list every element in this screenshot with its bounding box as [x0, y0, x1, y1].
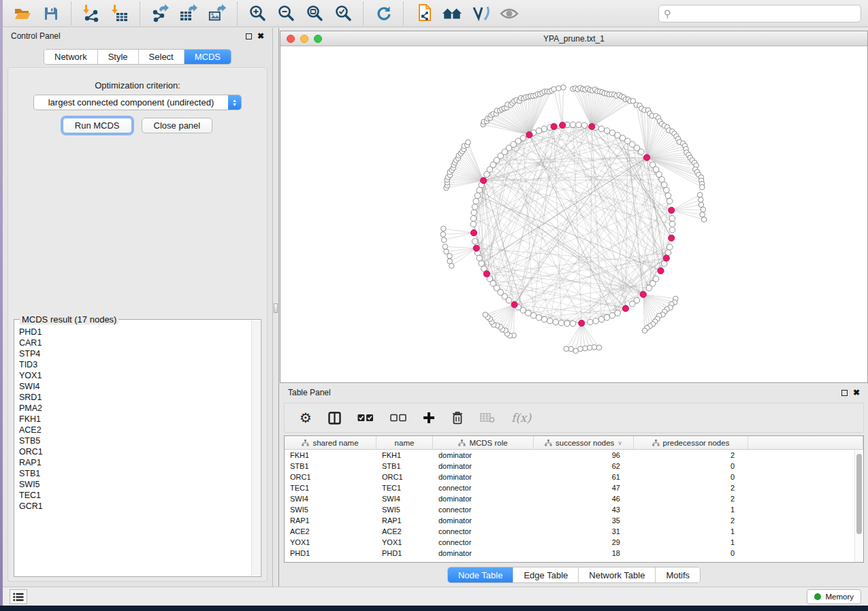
mcds-result-item[interactable]: PHD1 [19, 327, 251, 337]
export-network-icon[interactable] [150, 3, 170, 24]
tab-motifs[interactable]: Motifs [656, 567, 700, 582]
table-row[interactable]: YOX1YOX1connector291 [285, 537, 863, 548]
mcds-result-item[interactable]: SRD1 [19, 392, 251, 403]
graph-dominator-node[interactable] [644, 154, 650, 161]
graph-node[interactable] [470, 216, 477, 222]
graph-dominator-node[interactable] [640, 291, 646, 297]
mcds-result-item[interactable]: ACE2 [19, 425, 251, 435]
mcds-result-item[interactable]: TEC1 [19, 490, 251, 501]
table-scrollbar-thumb[interactable] [856, 454, 862, 534]
add-column-icon[interactable] [423, 408, 435, 428]
mcds-result-item[interactable]: SWI4 [19, 381, 251, 392]
graph-node[interactable] [570, 122, 576, 128]
close-panel-icon[interactable]: ✖ [853, 389, 860, 397]
graph-dominator-node[interactable] [560, 122, 566, 128]
zoom-fit-icon[interactable] [304, 3, 325, 24]
graph-node[interactable] [581, 122, 588, 129]
graph-dominator-node[interactable] [473, 245, 479, 251]
graph-node[interactable] [541, 316, 547, 323]
graph-node[interactable] [598, 126, 605, 132]
graph-node[interactable] [475, 193, 481, 199]
column-header-name[interactable]: name [376, 436, 433, 449]
table-row[interactable]: STB1STB1dominator620 [285, 461, 863, 472]
tab-node-table[interactable]: Node Table [448, 567, 514, 582]
graph-node[interactable] [669, 227, 675, 233]
graph-node[interactable] [576, 122, 582, 128]
graph-node[interactable] [556, 86, 562, 91]
graph-node[interactable] [564, 320, 570, 327]
graph-node[interactable] [697, 193, 703, 198]
graph-dominator-node[interactable] [669, 235, 675, 241]
graph-node[interactable] [520, 135, 526, 142]
mcds-result-item[interactable]: FKH1 [19, 414, 251, 425]
column-header-MCDS-role[interactable]: MCDS role [433, 436, 534, 449]
show-graphics-details-icon[interactable] [470, 3, 491, 24]
tab-edge-table[interactable]: Edge Table [513, 567, 579, 582]
graph-dominator-node[interactable] [622, 306, 628, 312]
mcds-result-item[interactable]: ORC1 [19, 446, 251, 457]
graph-node[interactable] [530, 312, 536, 318]
graph-node[interactable] [598, 316, 605, 323]
graph-node[interactable] [570, 320, 576, 327]
graph-dominator-node[interactable] [551, 123, 557, 129]
memory-button[interactable]: Memory [807, 589, 861, 604]
deselect-all-columns-icon[interactable] [390, 408, 406, 428]
graph-node[interactable] [698, 202, 704, 208]
graph-node[interactable] [661, 182, 667, 188]
graph-node[interactable] [630, 301, 636, 307]
graph-node[interactable] [664, 187, 670, 193]
export-image-icon[interactable] [207, 3, 227, 24]
save-session-icon[interactable] [41, 3, 61, 24]
select-all-columns-icon[interactable] [357, 408, 374, 428]
graph-node[interactable] [441, 226, 447, 231]
open-file-icon[interactable] [12, 3, 33, 24]
graph-node[interactable] [596, 345, 602, 350]
graph-node[interactable] [561, 85, 566, 90]
graph-node[interactable] [536, 128, 542, 134]
mcds-result-item[interactable]: STB1 [19, 468, 251, 479]
import-network-icon[interactable] [81, 3, 101, 24]
graph-dominator-node[interactable] [526, 132, 532, 138]
tab-mcds[interactable]: MCDS [184, 50, 231, 64]
tab-network[interactable]: Network [44, 50, 98, 64]
graph-node[interactable] [472, 204, 478, 210]
table-row[interactable]: ACE2ACE2connector311 [285, 526, 863, 537]
mcds-result-item[interactable]: YOX1 [19, 370, 251, 381]
table-row[interactable]: FKH1FKH1dominator962 [285, 450, 863, 461]
graph-node[interactable] [646, 285, 652, 291]
mcds-result-item[interactable]: PMA2 [19, 403, 251, 414]
graph-node[interactable] [536, 314, 542, 320]
graph-dominator-node[interactable] [511, 301, 517, 308]
graph-node[interactable] [588, 319, 594, 325]
graph-node[interactable] [564, 346, 569, 352]
graph-node[interactable] [573, 348, 579, 354]
graph-node[interactable] [701, 217, 707, 222]
graph-node[interactable] [447, 259, 453, 264]
graph-node[interactable] [471, 210, 477, 216]
graph-dominator-node[interactable] [658, 267, 664, 274]
graph-node[interactable] [659, 177, 665, 183]
network-graph[interactable] [280, 46, 867, 382]
table-row[interactable]: TEC1TEC1connector472 [285, 482, 863, 493]
panel-splitter[interactable] [272, 28, 279, 587]
graph-node[interactable] [642, 328, 647, 333]
mcds-result-item[interactable]: TID3 [19, 359, 251, 370]
home-icon[interactable] [442, 3, 462, 24]
graph-node[interactable] [593, 318, 599, 324]
run-mcds-button[interactable]: Run MCDS [63, 118, 132, 133]
graph-node[interactable] [479, 261, 485, 267]
graph-node[interactable] [666, 244, 673, 250]
graph-node[interactable] [604, 314, 610, 320]
graph-node[interactable] [639, 149, 645, 155]
float-panel-icon[interactable] [246, 33, 252, 39]
splitter-grip[interactable] [274, 303, 278, 313]
graph-dominator-node[interactable] [481, 178, 487, 184]
column-header-successor-nodes[interactable]: successor nodes∨ [534, 436, 634, 449]
zoom-in-icon[interactable] [247, 3, 268, 24]
graph-node[interactable] [473, 198, 479, 204]
graph-node[interactable] [444, 249, 449, 254]
graph-node[interactable] [698, 197, 704, 203]
graph-node[interactable] [441, 237, 447, 243]
graph-node[interactable] [700, 184, 705, 190]
graph-node[interactable] [440, 232, 446, 237]
